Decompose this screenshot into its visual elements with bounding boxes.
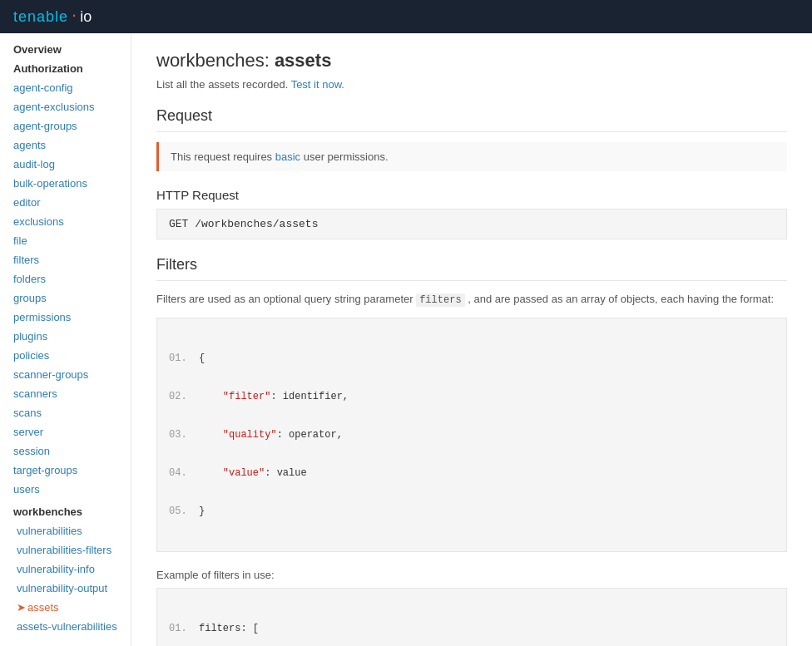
sidebar-item-scanners[interactable]: scanners <box>0 384 131 403</box>
page-subtitle: List all the assets recorded. Test it no… <box>156 78 787 91</box>
sidebar-item-server[interactable]: server <box>0 422 131 441</box>
ex-line-num-1: 01. <box>169 623 199 634</box>
sidebar-item-filters[interactable]: filters <box>0 250 131 269</box>
sidebar-item-bulk-operations[interactable]: bulk-operations <box>0 174 131 193</box>
line-content-4: "value": value <box>199 467 307 479</box>
filter-format-code-block: 01. { 02. "filter": identifier, 03. "qua… <box>156 318 787 552</box>
active-arrow-icon: ➤ <box>17 601 26 614</box>
subtitle-text: List all the assets recorded. <box>156 78 288 91</box>
sidebar-item-session[interactable]: session <box>0 441 131 461</box>
sidebar-item-agent-exclusions[interactable]: agent-exclusions <box>0 97 131 116</box>
top-navigation: tenable·io <box>0 0 812 33</box>
sidebar-item-overview[interactable]: Overview <box>0 40 131 59</box>
sidebar-item-agent-groups[interactable]: agent-groups <box>0 116 131 136</box>
code-line-5: 05. } <box>157 505 786 518</box>
request-section-heading: Request <box>156 107 787 132</box>
code-line-3: 03. "quality": operator, <box>157 428 786 441</box>
sidebar-item-policies[interactable]: policies <box>0 346 131 365</box>
line-num-1: 01. <box>169 353 199 364</box>
sidebar-item-audit-log[interactable]: audit-log <box>0 155 131 174</box>
sidebar-item-agents[interactable]: agents <box>0 136 131 155</box>
sidebar-item-agent-config[interactable]: agent-config <box>0 78 131 97</box>
sidebar-item-scanner-groups[interactable]: scanner-groups <box>0 365 131 384</box>
page-title: workbenches: assets <box>156 50 787 72</box>
line-content-2: "filter": identifier, <box>199 391 349 402</box>
line-num-2: 02. <box>169 391 199 402</box>
filters-description: Filters are used as an optional query st… <box>156 291 787 308</box>
main-content: workbenches: assets List all the assets … <box>131 33 812 646</box>
line-num-3: 03. <box>169 429 199 441</box>
http-request-heading: HTTP Request <box>156 188 787 202</box>
sidebar-item-target-groups[interactable]: target-groups <box>0 461 131 480</box>
line-content-1: { <box>199 353 205 364</box>
line-content-5: } <box>199 505 205 517</box>
sidebar-item-workbenches: workbenches <box>0 499 131 521</box>
sidebar-item-editor[interactable]: editor <box>0 193 131 212</box>
logo-text: tenable <box>13 8 68 26</box>
code-line-2: 02. "filter": identifier, <box>157 390 786 403</box>
sidebar-item-vulnerability-info[interactable]: vulnerability-info <box>0 560 131 579</box>
sidebar-item-authorization[interactable]: Authorization <box>0 59 131 78</box>
sidebar: Overview Authorization agent-config agen… <box>0 33 131 646</box>
code-line-4: 04. "value": value <box>157 466 786 480</box>
ex-line-1: 01. filters: [ <box>157 622 786 635</box>
logo-dot: · <box>72 6 77 24</box>
info-text-suffix: user permissions. <box>300 150 388 163</box>
sidebar-item-folders[interactable]: folders <box>0 269 131 288</box>
sidebar-item-exclusions[interactable]: exclusions <box>0 212 131 231</box>
filter-example-code-block: 01. filters: [ 02. { 03. "filter": "host… <box>156 588 787 646</box>
filters-desc-text2: , and are passed as an array of objects,… <box>468 293 774 305</box>
info-text: This request requires <box>171 150 275 163</box>
line-num-5: 05. <box>169 505 199 517</box>
sidebar-item-file[interactable]: file <box>0 231 131 250</box>
sidebar-item-vulnerabilities[interactable]: vulnerabilities <box>0 521 131 540</box>
sidebar-item-scans[interactable]: scans <box>0 403 131 422</box>
sidebar-item-vulnerability-output[interactable]: vulnerability-output <box>0 579 131 598</box>
filters-desc-text1: Filters are used as an optional query st… <box>156 293 413 305</box>
sidebar-item-groups[interactable]: groups <box>0 288 131 308</box>
sidebar-item-assets[interactable]: ➤ assets <box>0 598 131 617</box>
logo-io: io <box>80 8 92 26</box>
page-title-resource: assets <box>275 50 332 71</box>
permissions-info-box: This request requires basic user permiss… <box>156 142 787 171</box>
line-content-3: "quality": operator, <box>199 429 343 441</box>
page-title-prefix: workbenches: <box>156 50 270 71</box>
logo[interactable]: tenable·io <box>13 8 92 26</box>
basic-permissions-link[interactable]: basic <box>275 150 300 163</box>
test-it-now-link[interactable]: Test it now. <box>291 78 344 91</box>
http-method-block: GET /workbenches/assets <box>156 209 787 239</box>
sidebar-item-assets-label: assets <box>27 601 59 614</box>
sidebar-item-vulnerabilities-filters[interactable]: vulnerabilities-filters <box>0 540 131 560</box>
sidebar-item-users[interactable]: users <box>0 480 131 499</box>
ex-line-content-1: filters: [ <box>199 623 259 634</box>
sidebar-item-plugins[interactable]: plugins <box>0 327 131 346</box>
line-num-4: 04. <box>169 467 199 479</box>
code-line-1: 01. { <box>157 352 786 365</box>
filters-param-code: filters <box>416 293 464 307</box>
sidebar-item-assets-vulnerabilities[interactable]: assets-vulnerabilities <box>0 617 131 636</box>
example-label: Example of filters in use: <box>156 569 787 581</box>
filters-section-heading: Filters <box>156 256 787 281</box>
sidebar-item-permissions[interactable]: permissions <box>0 308 131 327</box>
